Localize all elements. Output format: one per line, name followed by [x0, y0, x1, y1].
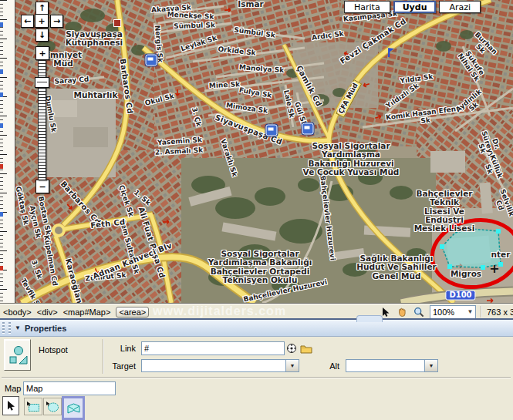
map-viewport[interactable]: Akasya SkMenekşe SkSümbül SkSümbül SkKas… — [15, 0, 513, 303]
link-input[interactable] — [141, 341, 285, 355]
tag-selector-item[interactable]: <body> — [3, 307, 32, 317]
divider — [2, 377, 511, 378]
target-label: Target — [108, 361, 136, 371]
magnification-select[interactable]: 100%▼ — [430, 305, 476, 319]
panel-gripper[interactable] — [8, 322, 11, 334]
status-bar-tools: 100%▼ 763 x 3 — [379, 305, 513, 319]
ruler-mark — [0, 92, 3, 97]
window-size-value[interactable]: 763 x 3 — [487, 307, 513, 317]
map-type-button[interactable]: Arazi — [439, 1, 481, 13]
hand-tool-icon[interactable] — [396, 306, 408, 318]
separator — [481, 306, 482, 318]
polygon-hotspot-tool[interactable] — [62, 396, 85, 420]
ruler-mark — [0, 164, 3, 169]
browse-folder-icon[interactable] — [300, 344, 312, 355]
alt-label: Alt — [315, 361, 339, 371]
element-type-label: Hotspot — [39, 345, 68, 354]
tag-selector: <body><div><map#Map><area> — [0, 307, 149, 318]
rectangle-hotspot-tool[interactable] — [24, 398, 42, 415]
gmap-button-zoom-in[interactable]: + — [35, 46, 49, 60]
tag-selector-item[interactable]: <div> — [37, 307, 58, 317]
chevron-down-icon: ▼ — [424, 360, 437, 371]
gmap-button-pan-right[interactable]: → — [50, 15, 63, 28]
gmap-button-zoom-out[interactable]: − — [35, 180, 49, 193]
rectangle-hotspot-icon — [26, 401, 41, 413]
panel-collapse-tab[interactable] — [356, 315, 383, 322]
ruler-mark — [0, 266, 3, 270]
divider — [103, 339, 104, 374]
point-to-file-icon[interactable] — [286, 343, 297, 355]
polygon-hotspot-icon — [66, 402, 81, 415]
vertical-ruler — [0, 0, 15, 303]
map-type-button[interactable]: Harita — [344, 1, 390, 13]
oval-hotspot-icon — [46, 401, 60, 413]
oval-hotspot-tool[interactable] — [43, 398, 62, 415]
ruler-mark — [0, 22, 3, 27]
panel-gripper[interactable] — [2, 322, 5, 334]
zoom-slider-thumb[interactable] — [35, 77, 49, 88]
link-label: Link — [113, 344, 136, 353]
pointer-hotspot-tool[interactable] — [2, 396, 19, 415]
hotspot-shapes-icon — [8, 344, 28, 366]
hotspot-icon-button[interactable] — [4, 339, 31, 371]
map-type-button-active[interactable]: Uydu — [393, 1, 437, 13]
map-name-input[interactable] — [23, 381, 116, 395]
map-name-label: Map — [5, 384, 21, 393]
gmap-button-pan-left[interactable]: ← — [21, 15, 34, 28]
chevron-down-icon: ▼ — [465, 308, 475, 315]
tag-selector-item-selected[interactable]: <area> — [116, 307, 149, 318]
alt-select[interactable]: ▼ — [346, 359, 438, 372]
properties-panel-header[interactable]: ▼ Properties — [0, 318, 513, 337]
chevron-down-icon: ▼ — [285, 360, 299, 371]
zoom-tool-icon[interactable] — [413, 306, 425, 318]
panel-title: Properties — [25, 324, 66, 333]
ruler-mark — [0, 69, 3, 74]
gmap-button-pan-up[interactable]: ↑ — [35, 2, 49, 15]
satellite-map — [15, 0, 513, 303]
dreamweaver-window: Akasya SkMenekşe SkSümbül SkSümbül SkKas… — [0, 0, 513, 420]
ruler-mark — [0, 123, 3, 128]
properties-panel: Hotspot Link Target ▼ Alt ▼ Map — [0, 337, 513, 420]
gmap-button-pan-center[interactable]: + — [35, 14, 49, 28]
target-select[interactable]: ▼ — [141, 359, 299, 372]
ruler-mark — [0, 212, 3, 217]
document-canvas: Akasya SkMenekşe SkSümbül SkSümbül SkKas… — [0, 0, 513, 304]
pointer-arrow-icon — [6, 400, 15, 412]
status-bar: <body><div><map#Map><area> 100%▼ 763 x 3 — [0, 304, 513, 319]
ruler-ticks-big — [0, 0, 7, 303]
gmap-button-pan-down[interactable]: ↓ — [35, 29, 49, 42]
collapse-triangle-icon[interactable]: ▼ — [15, 324, 21, 331]
tag-selector-item[interactable]: <map#Map> — [63, 307, 111, 317]
